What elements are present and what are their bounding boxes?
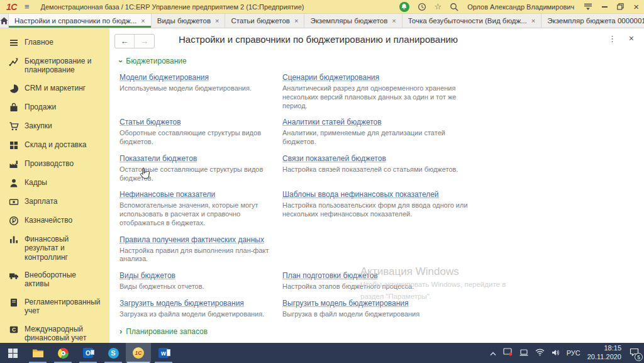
watermark-title: Активация Windows [360,265,506,278]
more-menu-icon[interactable]: ⋮ [608,34,616,43]
settings-link[interactable]: Статьи бюджетов [119,118,181,126]
tab-budget-instances[interactable]: Экземпляры бюджетов× [304,14,402,28]
date: 20.11.2020 [587,353,621,362]
chrome-icon[interactable] [50,343,75,363]
watermark-line: раздел "Параметры". [360,292,506,302]
settings-link[interactable]: Шаблоны ввода нефинансовых показателей [282,190,439,199]
sidebar-item-warehouse-delivery[interactable]: Склад и доставка [0,136,109,155]
sidebar-item-hr[interactable]: Кадры [0,174,109,193]
sidebar-item-regulated-accounting[interactable]: Регламентированный учет [0,293,109,320]
content-header: ← → Настройки и справочники по бюджетиро… [109,28,644,55]
close-tab-icon[interactable]: × [215,17,219,25]
sidebar-item-production[interactable]: Производство [0,155,109,174]
sidebar-item-crm-marketing[interactable]: CRM и маркетинг [0,79,109,98]
titlebar: 1С ≡ Демонстрационная база / 1С:ERP Упра… [0,0,644,14]
window-title: Демонстрационная база / 1С:ERP Управлени… [41,3,304,11]
main-menu-icon[interactable]: ≡ [25,2,30,11]
settings-link[interactable]: Виды бюджетов [119,271,175,280]
close-tab-icon[interactable]: × [531,17,535,25]
tab-settings-budgeting[interactable]: Настройки и справочники по бюдж...× [9,14,152,28]
home-tab[interactable] [0,14,9,28]
close-tab-icon[interactable]: × [294,17,298,25]
link-description: Аналитический разрез для одновременного … [282,84,472,110]
1c-logo: 1С [6,2,17,12]
speaker-icon[interactable] [552,347,560,359]
service-menu-icon[interactable] [584,3,592,11]
notifications-icon[interactable] [399,2,409,12]
sidebar-item-purchasing[interactable]: Закупки [0,117,109,136]
section-budgeting[interactable]: › Бюджетирование [119,57,644,65]
1c-app-icon[interactable]: 1С [126,343,151,363]
close-tab-icon[interactable]: × [392,17,396,25]
pie-chart-icon [8,84,19,94]
sidebar-item-noncurrent-assets[interactable]: Внеоборотные активы [0,266,109,293]
windows-start-icon[interactable] [0,343,25,363]
sidebar-item-financial-result[interactable]: Финансовый результат и контроллинг [0,230,109,266]
word-icon[interactable]: w [151,343,176,363]
restore-icon[interactable] [617,3,624,10]
tab-label: Статьи бюджетов [231,17,289,25]
tab-label: Виды бюджетов [157,17,211,25]
warehouse-grid-icon [8,140,19,150]
list-item: Шаблоны ввода нефинансовых показателей Н… [282,188,644,227]
section-title: Бюджетирование [126,57,186,65]
settings-link[interactable]: Нефинансовые показатели [119,190,215,199]
tab-breakeven-point[interactable]: Точка безубыточности (Вид бюдж...× [402,14,541,28]
wifi-icon[interactable] [535,347,545,359]
ledger-book-icon [8,298,19,308]
skype-icon[interactable]: S [101,343,126,363]
settings-link[interactable]: Модели бюджетирования [119,73,209,82]
main-area: Главное Бюджетирование и планирование CR… [0,28,644,343]
svg-text:С: С [11,327,15,333]
budgeting-plan-icon [8,57,19,67]
close-panel-icon[interactable]: × [629,33,634,43]
tab-budget-items[interactable]: Статьи бюджетов× [225,14,304,28]
time: 18:15 [587,344,621,353]
list-item: Статьи бюджетов Оборотные составляющие с… [119,116,282,147]
minimize-icon[interactable] [602,6,608,8]
favorites-icon[interactable]: ☆ [435,3,442,11]
link-description: Выгрузка в файл модели бюджетирования [282,310,472,319]
list-item: Показатели бюджетов Остаточные составляю… [119,152,282,183]
list-item [282,233,644,264]
ruble-circle-icon [8,216,19,226]
nav-history-box: ← → [114,34,155,48]
forward-button[interactable]: → [135,35,154,48]
outlook-icon[interactable]: O [75,343,101,363]
settings-link[interactable]: Загрузить модель бюджетирования [119,299,244,308]
clock[interactable]: 18:15 20.11.2020 [587,344,621,362]
link-description: Аналитики, применяемые для детализации с… [282,129,472,147]
sidebar-item-budgeting-planning[interactable]: Бюджетирование и планирование [0,52,109,79]
action-center-icon[interactable]: 5 [630,347,639,359]
settings-link[interactable]: Сценарии бюджетирования [282,73,379,82]
sidebar-item-main[interactable]: Главное [0,33,109,52]
tab-budget-kinds[interactable]: Виды бюджетов× [152,14,226,28]
close-tab-icon[interactable]: × [141,17,145,25]
file-explorer-icon[interactable] [25,343,50,363]
settings-link[interactable]: Правила получения фактических данных [119,235,264,244]
sidebar-item-treasury[interactable]: Казначейство [0,211,109,230]
settings-link[interactable]: Показатели бюджетов [119,154,197,163]
back-button[interactable]: ← [115,35,135,48]
sidebar-item-sales[interactable]: Продажи [0,98,109,117]
money-icon [8,197,19,207]
list-item: Модели бюджетирования Используемые модел… [119,71,282,110]
search-icon[interactable] [450,3,458,11]
tab-budget-instance-124[interactable]: Экземпляр бюджета 000000124 о...× [541,14,644,28]
tray-chevron-up-icon[interactable] [490,347,496,359]
person-icon [8,178,19,188]
link-description: Вспомогательные значения, которые могут … [119,201,272,227]
history-icon[interactable] [418,3,426,11]
settings-link[interactable]: Аналитики статей бюджетов [282,118,382,126]
language-indicator[interactable]: РУС [567,349,580,357]
section-inventory-planning[interactable]: › Планирование запасов [119,327,644,336]
tray-screen-notification-icon[interactable] [503,347,513,359]
tray-laptop-icon[interactable] [519,347,528,359]
close-icon[interactable]: × [633,2,639,11]
list-item: Загрузить модель бюджетирования Загрузка… [119,297,282,319]
cart-icon [8,121,19,131]
truck-icon [8,271,19,281]
current-user[interactable]: Орлов Александр Владимирович [467,3,574,11]
settings-link[interactable]: Связи показателей бюджетов [282,154,386,163]
sidebar-item-salary[interactable]: Зарплата [0,193,109,211]
